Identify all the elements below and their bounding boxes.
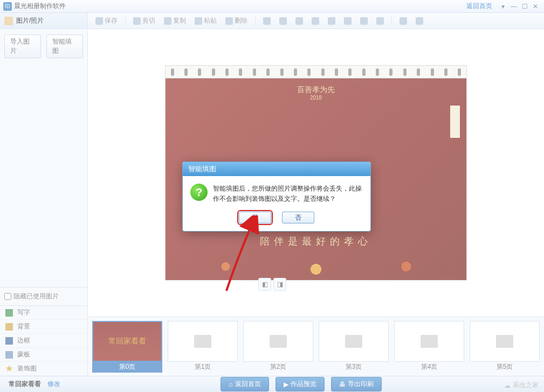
dialog-message: 智能填图后，您所做的照片调整操作将会丢失，此操作不会影响到装饰图以及文字。是否继…	[213, 184, 363, 204]
dialog-title: 智能填图	[183, 162, 370, 176]
dialog-no-button[interactable]: 否	[282, 212, 314, 223]
question-icon: ?	[190, 184, 208, 201]
confirm-dialog: 智能填图 ? 智能填图后，您所做的照片调整操作将会丢失，此操作不会影响到装饰图以…	[182, 162, 371, 232]
dialog-yes-button[interactable]: 是	[239, 212, 271, 223]
